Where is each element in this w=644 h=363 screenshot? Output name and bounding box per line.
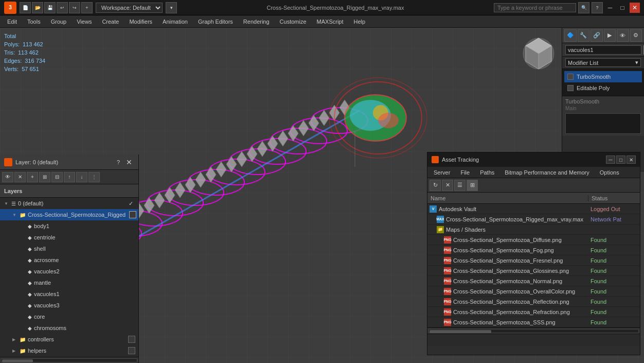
workspace-selector[interactable]: Workspace: Default (96, 3, 163, 13)
undo-button[interactable]: ↩ (57, 2, 68, 13)
layer-visibility-checkbox[interactable] (128, 336, 135, 343)
at-table-row[interactable]: PNGCross-Sectional_Spermotozoa_OverallCo… (427, 286, 640, 297)
modifier-turbosmooth-check[interactable] (567, 74, 574, 80)
layer-item[interactable]: ◆vacuoles2 (0, 266, 138, 277)
at-menu-paths[interactable]: Paths (476, 169, 498, 176)
at-table-row[interactable]: PNGCross-Sectional_Spermotozoa_Glossines… (427, 266, 640, 276)
nav-cube[interactable] (521, 33, 557, 74)
at-table-row[interactable]: PNGCross-Sectional_Spermotozoa_Normal.pn… (427, 276, 640, 286)
modifier-editable-poly[interactable]: Editable Poly (564, 82, 642, 94)
at-table-row[interactable]: PNGCross-Sectional_Spermotozoa_Diffuse.p… (427, 235, 640, 245)
layer-item[interactable]: ◆chromosoms (0, 322, 138, 334)
at-maximize-btn[interactable]: □ (616, 155, 625, 164)
modifier-dropdown[interactable]: Modifier List ▾ (565, 58, 641, 67)
rp-modifier-btn[interactable]: 🔧 (578, 29, 590, 42)
menu-create[interactable]: Create (97, 18, 124, 26)
menu-customize[interactable]: Customize (275, 18, 312, 26)
layer-item[interactable]: ◆vacuoles3 (0, 300, 138, 311)
at-table-row[interactable]: PNGCross-Sectional_Spermotozoa_Fog.pngFo… (427, 245, 640, 255)
layer-expand-icon[interactable]: ▶ (12, 337, 19, 342)
layer-item[interactable]: ◆vacuoles1 (0, 288, 138, 300)
layers-add-btn[interactable]: + (27, 172, 38, 182)
layers-options-btn[interactable]: ⋮ (88, 172, 100, 182)
layer-item[interactable]: ◆body1 (0, 220, 138, 232)
at-table-row[interactable]: MAXCross-Sectional_Spermotozoa_Rigged_ma… (427, 214, 640, 224)
menu-animation[interactable]: Animation (157, 18, 193, 26)
maximize-button[interactable]: □ (617, 3, 628, 13)
at-scroll-thumb[interactable] (430, 330, 491, 333)
close-button[interactable]: ✕ (630, 3, 640, 13)
layer-item[interactable]: ◆shell (0, 243, 138, 254)
at-table-row[interactable]: 📁Maps / Shaders (427, 224, 640, 235)
extra-button[interactable]: + (81, 2, 93, 13)
at-table-row[interactable]: PNGCross-Sectional_Spermotozoa_SSS.pngFo… (427, 317, 640, 327)
layer-expand-icon[interactable]: ▶ (12, 349, 19, 353)
new-button[interactable]: 📄 (20, 2, 31, 13)
menu-help[interactable]: Help (349, 18, 371, 26)
menu-modifiers[interactable]: Modifiers (124, 18, 157, 26)
at-horizontal-scrollbar[interactable] (427, 327, 640, 334)
menu-rendering[interactable]: Rendering (238, 18, 275, 26)
rp-display-btn[interactable]: 👁 (617, 29, 629, 42)
layers-display-btn[interactable]: 👁 (2, 172, 13, 182)
redo-button[interactable]: ↪ (69, 2, 80, 13)
layers-scroll-thumb[interactable] (2, 359, 33, 362)
menu-tools[interactable]: Tools (22, 18, 46, 26)
at-table-row[interactable]: VAutodesk VaultLogged Out (427, 204, 640, 214)
modifier-settings-area[interactable] (565, 113, 641, 134)
at-menu-file[interactable]: File (456, 169, 474, 176)
menu-edit[interactable]: Edit (2, 18, 22, 26)
at-list-btn[interactable]: ☰ (454, 180, 466, 191)
at-delete-btn[interactable]: ✕ (442, 180, 453, 191)
layer-expand-icon[interactable]: ▼ (12, 213, 19, 217)
at-minimize-btn[interactable]: ─ (606, 155, 615, 164)
layers-select-btn[interactable]: ⊞ (39, 172, 50, 182)
layer-item[interactable]: ▼☰0 (default)✓ (0, 198, 138, 209)
layer-item[interactable]: ▶📁helpers (0, 345, 138, 356)
layer-item[interactable]: ◆core (0, 311, 138, 322)
layers-scroll-track[interactable] (1, 358, 137, 362)
at-scroll-track[interactable] (428, 329, 639, 333)
menu-group[interactable]: Group (46, 18, 72, 26)
layers-move-btn[interactable]: ↑ (64, 172, 75, 182)
rp-hierarchy-btn[interactable]: 🔗 (591, 29, 603, 42)
layer-item[interactable]: ▼📁Cross-Sectional_Spermotozoa_Rigged (0, 209, 138, 220)
save-button[interactable]: 💾 (44, 2, 56, 13)
at-refresh-btn[interactable]: ↻ (430, 180, 441, 191)
layer-selected-box[interactable] (129, 211, 136, 218)
layers-move2-btn[interactable]: ↓ (76, 172, 87, 182)
rp-motion-btn[interactable]: ▶ (604, 29, 616, 42)
menu-maxscript[interactable]: MAXScript (312, 18, 349, 26)
layers-deselect-btn[interactable]: ⊟ (51, 172, 63, 182)
at-table-body[interactable]: VAutodesk VaultLogged OutMAXCross-Sectio… (427, 204, 640, 327)
at-menu-server[interactable]: Server (430, 169, 454, 176)
at-table-row[interactable]: PNGCross-Sectional_Spermotozoa_Reflectio… (427, 297, 640, 307)
modifier-turbosmooth[interactable]: TurboSmooth (564, 71, 642, 82)
rp-utilities-btn[interactable]: ⚙ (630, 29, 642, 42)
at-table-row[interactable]: PNGCross-Sectional_Spermotozoa_Fresnel.p… (427, 255, 640, 266)
at-view-btn[interactable]: ⊞ (467, 180, 478, 191)
search-button[interactable]: 🔍 (578, 2, 589, 13)
workspace-arrow[interactable]: ▾ (166, 2, 177, 13)
layers-delete-btn[interactable]: ✕ (14, 172, 26, 182)
modifier-editable-poly-check[interactable] (567, 85, 574, 91)
layer-item[interactable]: ◆acrosome (0, 254, 138, 266)
layer-visibility-checkbox[interactable] (128, 347, 135, 354)
at-table-row[interactable]: PNGCross-Sectional_Spermotozoa_Refractio… (427, 307, 640, 317)
layers-scrollbar[interactable] (0, 357, 138, 363)
minimize-button[interactable]: ─ (605, 3, 615, 13)
layers-list[interactable]: ▼☰0 (default)✓▼📁Cross-Sectional_Spermoto… (0, 198, 138, 357)
layer-item[interactable]: ▶📁controllers (0, 334, 138, 345)
at-menu-bitmap[interactable]: Bitmap Performance and Memory (500, 169, 593, 176)
open-button[interactable]: 📂 (32, 2, 43, 13)
menu-views[interactable]: Views (71, 18, 97, 26)
layer-expand-icon[interactable]: ▼ (4, 201, 10, 206)
at-close-btn[interactable]: ✕ (627, 155, 636, 164)
layer-item[interactable]: ◆mantle (0, 277, 138, 288)
layers-close-button[interactable]: ✕ (124, 158, 134, 166)
at-menu-options[interactable]: Options (596, 169, 623, 176)
search-input[interactable] (494, 3, 576, 12)
layer-item[interactable]: ◆centriole (0, 232, 138, 243)
help-button[interactable]: ? (592, 2, 603, 13)
menu-graph-editors[interactable]: Graph Editors (193, 18, 238, 26)
